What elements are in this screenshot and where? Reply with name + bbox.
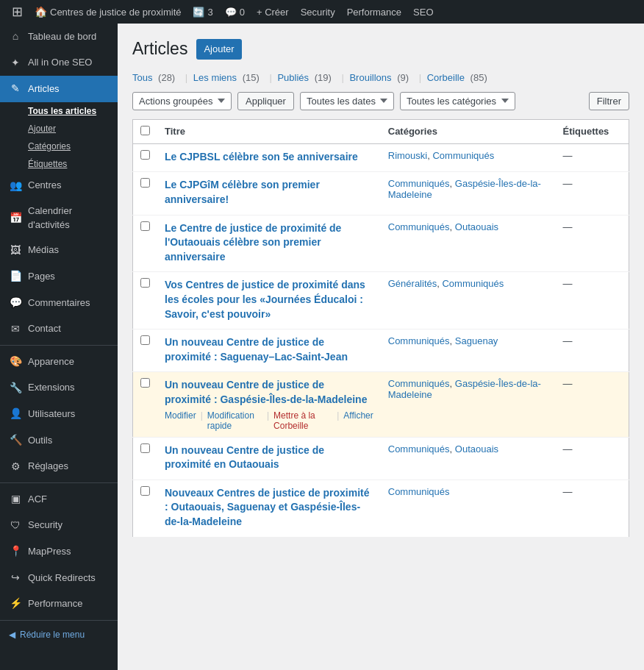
table-row: Nouveaux Centres de justice de proximité…: [133, 480, 629, 537]
select-all-checkbox[interactable]: [140, 126, 150, 135]
submenu-etiquettes[interactable]: Étiquettes: [0, 155, 118, 173]
row-checkbox[interactable]: [140, 486, 150, 496]
reduce-menu-button[interactable]: ◀ Réduire le menu: [0, 624, 118, 646]
dates-select[interactable]: Toutes les dates: [300, 92, 394, 110]
create-button[interactable]: + Créer: [251, 0, 295, 24]
sidebar-item-allinoneseo[interactable]: ✦ All in One SEO: [0, 50, 118, 76]
category-link[interactable]: Outaouais: [455, 443, 498, 455]
wp-logo[interactable]: ⊞: [6, 0, 29, 24]
sidebar-item-pages[interactable]: 📄 Pages: [0, 263, 118, 290]
sidebar-item-extensions[interactable]: 🔧 Extensions: [0, 375, 118, 402]
sidebar-item-medias[interactable]: 🖼 Médias: [0, 238, 118, 264]
category-link[interactable]: Généralités: [388, 278, 437, 289]
tab-trash[interactable]: Corbeille (85): [427, 72, 490, 83]
adminbar-performance[interactable]: Performance: [341, 0, 407, 24]
sidebar-item-contact[interactable]: ✉ Contact: [0, 316, 118, 343]
article-title-link[interactable]: Le CJPGîM célèbre son premier anniversai…: [165, 178, 373, 207]
page-title: Articles: [132, 38, 187, 60]
sidebar-item-mappress[interactable]: 📍 MapPress: [0, 538, 118, 565]
updates-button[interactable]: 🔄 3: [187, 0, 218, 24]
submenu-categories[interactable]: Catégories: [0, 138, 118, 155]
row-action-delete[interactable]: Mettre à la Corbeille: [273, 410, 332, 431]
row-checkbox[interactable]: [140, 178, 150, 188]
list-toolbar: Actions groupées Appliquer Toutes les da…: [132, 92, 629, 110]
row-categories: Généralités, Communiqués: [381, 272, 556, 329]
page-header: Articles Ajouter: [132, 38, 629, 60]
row-action-quick[interactable]: Modification rapide: [207, 410, 262, 431]
comments-button[interactable]: 💬 0: [219, 0, 251, 24]
row-categories: Communiqués, Outaouais: [381, 215, 556, 272]
adminbar-security[interactable]: Security: [295, 0, 341, 24]
apparence-icon: 🎨: [9, 354, 22, 369]
bulk-actions-select[interactable]: Actions groupées: [132, 92, 232, 110]
comments-icon: 💬: [225, 7, 237, 18]
tab-mine[interactable]: Les miens (15): [193, 72, 262, 83]
sidebar-item-utilisateurs[interactable]: 👤 Utilisateurs: [0, 401, 118, 427]
category-link[interactable]: Communiqués: [388, 378, 450, 389]
row-checkbox[interactable]: [140, 443, 150, 453]
article-title-link[interactable]: Nouveaux Centres de justice de proximité…: [165, 486, 373, 530]
article-title-link[interactable]: Un nouveau Centre de justice de proximit…: [165, 335, 373, 364]
row-action-view[interactable]: Afficher: [343, 410, 373, 431]
article-title-link[interactable]: Un nouveau Centre de justice de proximit…: [165, 443, 373, 472]
sidebar-item-commentaires[interactable]: 💬 Commentaires: [0, 290, 118, 316]
sidebar-item-centres[interactable]: 👥 Centres: [0, 173, 118, 199]
row-actions: Modifier | Modification rapide | Mettre …: [165, 410, 373, 431]
category-link[interactable]: Communiqués: [388, 335, 450, 346]
adminbar-seo[interactable]: SEO: [407, 0, 439, 24]
category-link[interactable]: Saguenay: [455, 335, 498, 346]
tab-drafts[interactable]: Brouillons (9): [349, 72, 412, 83]
articles-table: Titre Catégories Étiquettes Le CJPBSL cé…: [132, 119, 629, 538]
dashboard-icon: ⌂: [9, 29, 22, 44]
sidebar-item-acf[interactable]: ▣ ACF: [0, 486, 118, 513]
sidebar-item-quickredirects[interactable]: ↪ Quick Redirects: [0, 565, 118, 591]
tab-published[interactable]: Publiés (19): [277, 72, 334, 83]
table-row: Le CJPBSL célèbre son 5e anniversaireRim…: [133, 143, 629, 172]
sidebar-item-security[interactable]: 🛡 Security: [0, 513, 118, 539]
table-row: Vos Centres de justice de proximité dans…: [133, 272, 629, 329]
category-link[interactable]: Rimouski: [388, 150, 427, 161]
sidebar-item-outils[interactable]: 🔨 Outils: [0, 427, 118, 454]
row-tags: —: [556, 329, 629, 372]
row-tags: —: [556, 480, 629, 537]
site-name[interactable]: 🏠 Centres de justice de proximité: [29, 0, 187, 24]
category-link[interactable]: Communiqués: [388, 221, 450, 232]
row-tags: —: [556, 437, 629, 480]
tab-all[interactable]: Tous (28): [132, 72, 178, 83]
row-tags: —: [556, 172, 629, 215]
add-article-button[interactable]: Ajouter: [196, 39, 241, 60]
category-link[interactable]: Communiqués: [388, 486, 450, 497]
row-checkbox[interactable]: [140, 221, 150, 231]
table-row: Un nouveau Centre de justice de proximit…: [133, 372, 629, 437]
row-checkbox[interactable]: [140, 150, 150, 160]
row-checkbox[interactable]: [140, 378, 150, 388]
article-title-link[interactable]: Un nouveau Centre de justice de proximit…: [165, 378, 373, 407]
row-action-edit[interactable]: Modifier: [165, 410, 196, 431]
sidebar-item-calendrier[interactable]: 📅 Calendrier d'activités: [0, 199, 118, 237]
row-checkbox[interactable]: [140, 335, 150, 345]
category-link[interactable]: Communiqués: [442, 278, 504, 289]
sidebar-item-articles[interactable]: ✎ Articles: [0, 76, 118, 102]
tags-header[interactable]: Étiquettes: [556, 119, 629, 143]
sidebar-item-performance[interactable]: ⚡ Performance: [0, 591, 118, 617]
filter-button[interactable]: Filtrer: [589, 92, 629, 110]
article-title-link[interactable]: Le CJPBSL célèbre son 5e anniversaire: [165, 150, 373, 165]
title-header[interactable]: Titre: [157, 119, 381, 143]
article-title-link[interactable]: Le Centre de justice de proximité de l'O…: [165, 221, 373, 265]
submenu-tous-articles[interactable]: Tous les articles: [0, 102, 118, 120]
sidebar-item-apparence[interactable]: 🎨 Apparence: [0, 349, 118, 375]
category-link[interactable]: Communiqués: [388, 178, 450, 189]
sidebar-item-reglages[interactable]: ⚙ Réglages: [0, 454, 118, 480]
categories-select[interactable]: Toutes les catégories: [400, 92, 515, 110]
category-link[interactable]: Communiqués: [432, 150, 494, 161]
row-checkbox[interactable]: [140, 278, 150, 288]
category-link[interactable]: Outaouais: [455, 221, 498, 232]
sidebar-item-dashboard[interactable]: ⌂ Tableau de bord: [0, 24, 118, 50]
row-tags: —: [556, 372, 629, 437]
category-link[interactable]: Communiqués: [388, 443, 450, 455]
submenu-ajouter[interactable]: Ajouter: [0, 120, 118, 138]
article-title-link[interactable]: Vos Centres de justice de proximité dans…: [165, 278, 373, 321]
outils-icon: 🔨: [9, 433, 22, 448]
apply-button[interactable]: Appliquer: [237, 92, 294, 110]
categories-header[interactable]: Catégories: [381, 119, 556, 143]
